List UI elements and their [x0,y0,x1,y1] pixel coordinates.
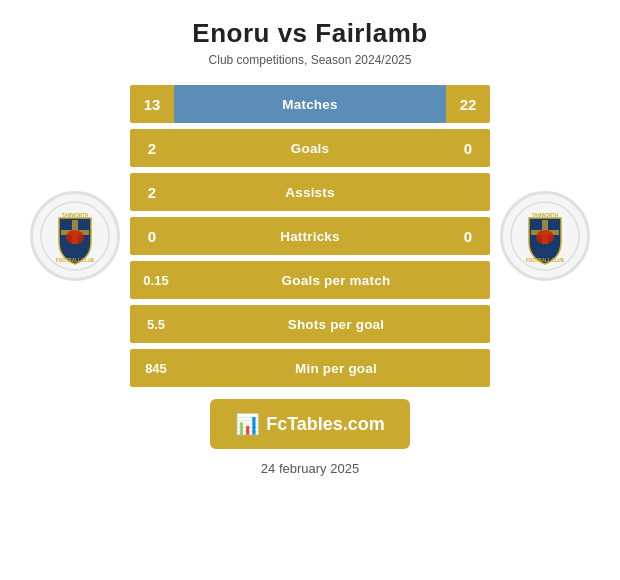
fctables-label: FcTables.com [266,414,385,435]
min-per-goal-row: 845 Min per goal [130,349,490,387]
min-per-goal-label: Min per goal [295,361,377,376]
main-content: TAMWORTH FOOTBALL CLUB 13 Matches 22 2 G… [30,85,590,387]
shots-per-goal-value: 5.5 [130,305,182,343]
goals-row: 2 Goals 0 [130,129,490,167]
fctables-icon: 📊 [235,412,260,436]
matches-left-value: 13 [130,85,174,123]
shots-per-goal-label: Shots per goal [288,317,385,332]
assists-label: Assists [285,185,334,200]
matches-label: Matches [282,97,337,112]
page-subtitle: Club competitions, Season 2024/2025 [209,53,412,67]
svg-point-9 [536,230,554,244]
goals-left-value: 2 [130,129,174,167]
hattricks-row: 0 Hattricks 0 [130,217,490,255]
left-crest-icon: TAMWORTH FOOTBALL CLUB [39,200,111,272]
matches-right-value: 22 [446,85,490,123]
goals-per-match-row: 0.15 Goals per match [130,261,490,299]
right-crest-icon: TAMWORTH FOOTBALL CLUB [509,200,581,272]
assists-row: 2 Assists [130,173,490,211]
svg-text:TAMWORTH: TAMWORTH [532,213,558,218]
assists-right-value [446,173,490,211]
svg-point-3 [66,230,84,244]
hattricks-label: Hattricks [280,229,340,244]
right-avatar: TAMWORTH FOOTBALL CLUB [500,191,590,281]
hattricks-left-value: 0 [130,217,174,255]
page-title: Enoru vs Fairlamb [192,18,427,49]
fctables-banner[interactable]: 📊 FcTables.com [210,399,410,449]
goals-per-match-value: 0.15 [130,261,182,299]
left-avatar: TAMWORTH FOOTBALL CLUB [30,191,120,281]
assists-left-value: 2 [130,173,174,211]
svg-text:FOOTBALL CLUB: FOOTBALL CLUB [56,258,95,263]
goals-right-value: 0 [446,129,490,167]
page-wrapper: Enoru vs Fairlamb Club competitions, Sea… [0,0,620,580]
svg-text:FOOTBALL CLUB: FOOTBALL CLUB [526,258,565,263]
hattricks-right-value: 0 [446,217,490,255]
goals-per-match-label: Goals per match [282,273,391,288]
goals-label: Goals [291,141,330,156]
min-per-goal-value: 845 [130,349,182,387]
footer-date: 24 february 2025 [261,461,359,476]
svg-text:TAMWORTH: TAMWORTH [62,213,88,218]
matches-row: 13 Matches 22 [130,85,490,123]
stats-middle: 13 Matches 22 2 Goals 0 2 Assists [130,85,490,387]
shots-per-goal-row: 5.5 Shots per goal [130,305,490,343]
